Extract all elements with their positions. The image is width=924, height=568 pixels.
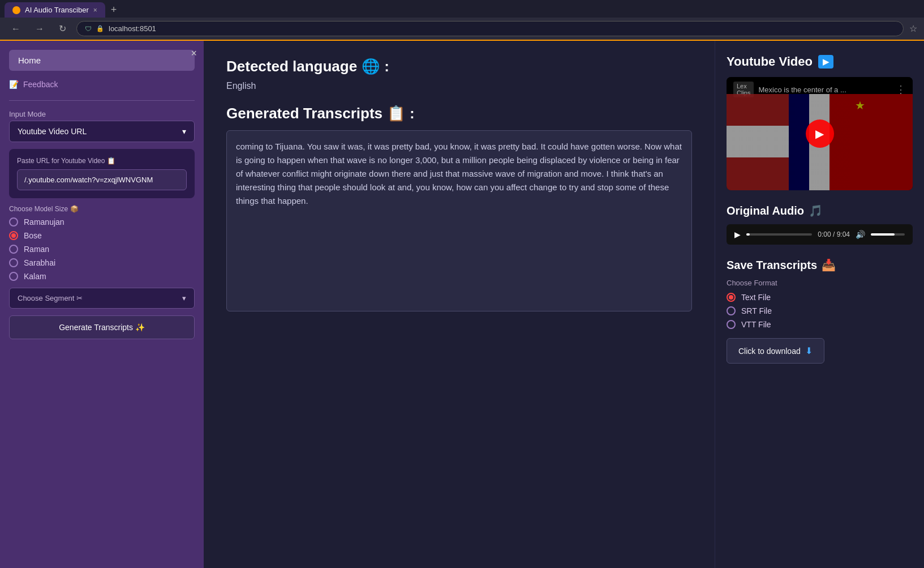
volume-icon[interactable]: 🔊 (856, 230, 865, 239)
globe-icon: 🌐 (362, 58, 380, 75)
video-play-overlay[interactable]: ▶ (727, 77, 913, 190)
detected-lang-separator: : (384, 58, 389, 75)
detected-language-header: Detected language 🌐 : (226, 58, 692, 75)
save-emoji: 📥 (822, 258, 836, 272)
back-button[interactable]: ← (7, 22, 25, 36)
transcript-text-box[interactable]: coming to Tijuana. You saw it was, it wa… (226, 130, 692, 311)
model-section: Choose Model Size 📦 Ramanujan Bose Raman (9, 205, 195, 281)
download-icon: ⬇ (805, 345, 813, 356)
format-radio-text (727, 293, 736, 302)
model-ramanujan[interactable]: Ramanujan (9, 217, 195, 227)
center-panel: Detected language 🌐 : English Generated … (204, 41, 715, 568)
bookmark-icon[interactable]: ☆ (909, 23, 917, 34)
transcripts-label: Generated Transcripts (226, 105, 383, 122)
new-tab-button[interactable]: + (108, 4, 121, 16)
box-icon: 📦 (70, 205, 79, 213)
audio-progress-fill (746, 233, 750, 236)
model-raman[interactable]: Raman (9, 245, 195, 254)
input-mode-section: Input Mode Youtube Video URL ▾ (9, 110, 195, 142)
transcripts-header: Generated Transcripts 📋 : (226, 105, 692, 122)
transcript-emoji: 📋 (387, 105, 405, 122)
youtube-video-header: Youtube Video ▶ (727, 54, 913, 69)
url-label: Paste URL for Youtube Video 📋 (17, 157, 187, 165)
volume-bar[interactable] (871, 233, 905, 236)
audio-time-total: 9:04 (837, 230, 850, 238)
input-mode-select[interactable]: Youtube Video URL ▾ (9, 121, 195, 142)
url-input[interactable] (17, 169, 187, 190)
sidebar: × Home 📝 Feedback Input Mode Youtube Vid… (0, 41, 204, 568)
volume-fill (871, 233, 895, 236)
download-button[interactable]: Click to download ⬇ (727, 338, 824, 364)
model-kalam-label: Kalam (24, 272, 46, 281)
forward-button[interactable]: → (31, 22, 49, 36)
generate-transcripts-button[interactable]: Generate Transcripts ✨ (9, 315, 195, 339)
audio-play-button[interactable]: ▶ (734, 230, 741, 239)
video-thumbnail[interactable]: LexClips Mexico is the center of a ... ⋮… (727, 77, 913, 190)
sidebar-close-button[interactable]: × (191, 48, 197, 59)
audio-time: 0:00 / 9:04 (818, 230, 850, 238)
divider-1 (9, 100, 195, 101)
tab-favicon (12, 6, 20, 14)
active-tab[interactable]: AI Audio Transciber × (5, 2, 105, 18)
format-radio-dot-text (729, 295, 733, 300)
save-transcripts-header: Save Transcripts 📥 (727, 258, 913, 272)
model-kalam[interactable]: Kalam (9, 272, 195, 281)
tab-bar: AI Audio Transciber × + (0, 0, 924, 18)
save-label: Save Transcripts (727, 259, 817, 272)
refresh-button[interactable]: ↻ (54, 21, 71, 36)
model-bose[interactable]: Bose (9, 231, 195, 240)
feedback-emoji: 📝 (9, 80, 19, 89)
transcripts-separator: : (410, 105, 415, 122)
model-bose-label: Bose (24, 231, 42, 240)
feedback-link[interactable]: 📝 Feedback (9, 78, 195, 91)
input-mode-value: Youtube Video URL (18, 127, 87, 136)
address-bar[interactable]: 🛡 🔒 localhost:8501 (76, 21, 904, 36)
radio-circle-raman (9, 245, 18, 254)
model-raman-label: Raman (24, 245, 49, 254)
tab-close-button[interactable]: × (93, 6, 97, 14)
segment-label: Choose Segment ✂ (18, 294, 83, 302)
segment-select[interactable]: Choose Segment ✂ ▾ (9, 288, 195, 309)
model-sarabhai[interactable]: Sarabhai (9, 258, 195, 267)
chevron-down-segment-icon: ▾ (182, 294, 186, 302)
nav-bar: ← → ↻ 🛡 🔒 localhost:8501 ☆ (0, 18, 924, 41)
format-options: Text File SRT File VTT File (727, 293, 913, 329)
model-size-label: Choose Model Size 📦 (9, 205, 195, 213)
youtube-play-button[interactable]: ▶ (806, 119, 834, 148)
model-label-text: Choose Model Size (9, 205, 68, 213)
model-sarabhai-label: Sarabhai (24, 258, 55, 267)
format-text-file[interactable]: Text File (727, 293, 913, 302)
url-label-text: Paste URL for Youtube Video (17, 157, 105, 165)
transcript-content: coming to Tijuana. You saw it was, it wa… (236, 142, 682, 206)
format-srt-file[interactable]: SRT File (727, 306, 913, 315)
format-vtt-file[interactable]: VTT File (727, 320, 913, 329)
radio-dot-bose (11, 233, 16, 238)
right-panel: Youtube Video ▶ LexClips Mexico is the c… (715, 41, 924, 568)
radio-circle-ramanujan (9, 217, 18, 227)
home-button[interactable]: Home (9, 50, 195, 71)
youtube-header-label: Youtube Video (727, 54, 813, 69)
lock-icon: 🔒 (96, 25, 104, 32)
original-audio-header: Original Audio 🎵 (727, 204, 913, 217)
format-vtt-label: VTT File (741, 320, 771, 329)
tab-title: AI Audio Transciber (25, 6, 89, 14)
model-radio-group: Ramanujan Bose Raman Sarabhai (9, 217, 195, 281)
music-icon: 🎵 (809, 204, 823, 217)
format-radio-srt (727, 306, 736, 315)
format-radio-vtt (727, 320, 736, 329)
detected-language-label: Detected language (226, 58, 357, 75)
clipboard-icon: 📋 (107, 157, 115, 165)
radio-circle-sarabhai (9, 258, 18, 267)
radio-circle-bose (9, 231, 18, 240)
format-text-label: Text File (741, 293, 771, 302)
audio-progress-bar[interactable] (746, 233, 812, 236)
chevron-down-icon: ▾ (182, 127, 186, 136)
format-label: Choose Format (727, 279, 913, 287)
main-layout: × Home 📝 Feedback Input Mode Youtube Vid… (0, 41, 924, 568)
input-mode-label: Input Mode (9, 110, 195, 118)
model-ramanujan-label: Ramanujan (24, 217, 65, 227)
format-srt-label: SRT File (741, 306, 772, 315)
feedback-label: Feedback (23, 80, 58, 89)
detected-language-value: English (226, 81, 692, 91)
download-label: Click to download (738, 347, 801, 356)
